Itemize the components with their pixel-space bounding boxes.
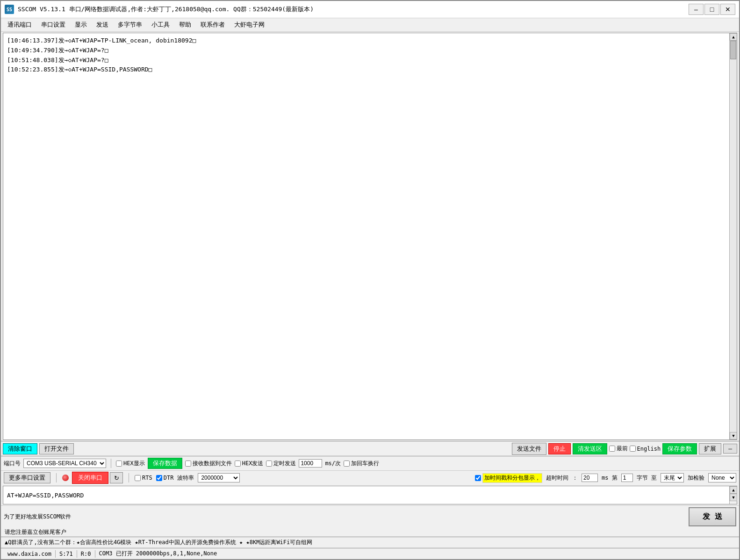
status-sent: S:71 bbox=[56, 550, 77, 558]
recv-to-file-label: 接收数据到文件 bbox=[193, 460, 232, 468]
log-line-4: [10:52:23.855]发→◇AT+WJAP=SSID,PASSWORD□ bbox=[7, 65, 733, 75]
expand-button[interactable]: 扩展 bbox=[699, 443, 721, 454]
status-received: R:0 bbox=[77, 550, 95, 558]
byte-unit-label: 字节 至 bbox=[637, 474, 657, 482]
log-scrollbar[interactable]: ▲ ▼ bbox=[729, 33, 737, 439]
menu-serial-settings[interactable]: 串口设置 bbox=[36, 19, 70, 30]
baud-select[interactable]: 2000000 bbox=[198, 473, 240, 482]
serial-status-dot bbox=[62, 475, 69, 481]
hex-display-group: HEX显示 bbox=[116, 460, 145, 468]
save-data-button[interactable]: 保存数据 bbox=[148, 458, 182, 469]
menu-bar: 通讯端口 串口设置 显示 发送 多字节串 小工具 帮助 联系作者 大虾电子网 bbox=[1, 18, 739, 32]
scheduled-send-checkbox[interactable] bbox=[266, 461, 272, 467]
dtr-label: DTR bbox=[164, 475, 174, 481]
status-website: www.daxia.com bbox=[4, 550, 56, 558]
open-file-button[interactable]: 打开文件 bbox=[39, 443, 74, 454]
window-controls: – □ ✕ bbox=[689, 4, 735, 15]
main-window: SS SSCOM V5.13.1 串口/网络数据调试器,作者:大虾丁丁,2618… bbox=[0, 0, 740, 560]
close-serial-button[interactable]: 关闭串口 bbox=[72, 472, 108, 484]
hex-display-label: HEX显示 bbox=[123, 460, 145, 468]
menu-help[interactable]: 帮助 bbox=[174, 19, 196, 30]
clear-window-button[interactable]: 清除窗口 bbox=[3, 443, 37, 454]
send-button[interactable]: 发 送 bbox=[689, 507, 736, 526]
checksum-label: 加检验 bbox=[688, 474, 704, 482]
position-select[interactable]: 末尾 bbox=[661, 473, 684, 482]
bottom-toolbar: 清除窗口 打开文件 发送文件 停止 清发送区 最前 English 保存参数 扩… bbox=[1, 441, 739, 456]
send-area-label: 为了更好地发展SSCOM软件 bbox=[4, 513, 71, 521]
stop-button[interactable]: 停止 bbox=[548, 443, 571, 454]
minimize-button[interactable]: – bbox=[689, 4, 704, 15]
scheduled-send-group: 定时发送 bbox=[266, 460, 296, 468]
more-serial-settings-button[interactable]: 更多串口设置 bbox=[4, 472, 50, 483]
send-area-scrollbar[interactable]: ▲ ▼ bbox=[729, 486, 737, 504]
last-checkbox[interactable] bbox=[609, 446, 615, 452]
timestamp-group: 加时间戳和分包显示， bbox=[475, 473, 542, 483]
title-bar: SS SSCOM V5.13.1 串口/网络数据调试器,作者:大虾丁丁,2618… bbox=[1, 1, 739, 18]
send-input[interactable] bbox=[3, 486, 729, 504]
scroll-thumb[interactable] bbox=[730, 41, 736, 59]
send-btn-area: 为了更好地发展SSCOM软件 发 送 bbox=[1, 505, 739, 528]
promo-bar: ▲Q群满员了,没有第二个群：★合宙高性价比4G模块 ★RT-Thread中国人的… bbox=[1, 537, 739, 548]
english-label: English bbox=[637, 446, 661, 452]
scroll-track[interactable] bbox=[730, 41, 737, 432]
baud-label: 波特率 bbox=[177, 474, 194, 482]
status-port-info: COM3 已打开 2000000bps,8,1,None,None bbox=[95, 549, 221, 558]
register-note: 请您注册嘉立创账尾客户 bbox=[1, 528, 739, 537]
log-line-2: [10:49:34.790]发→◇AT+WJAP=?□ bbox=[7, 46, 733, 56]
options-row: 更多串口设置 关闭串口 ↻ RTS DTR 波特率 2000000 bbox=[1, 470, 739, 485]
status-bar: www.daxia.com S:71 R:0 COM3 已打开 2000000b… bbox=[1, 548, 739, 559]
close-button[interactable]: ✕ bbox=[720, 4, 735, 15]
english-checkbox[interactable] bbox=[630, 446, 636, 452]
menu-send[interactable]: 发送 bbox=[92, 19, 113, 30]
scroll-up-btn[interactable]: ▲ bbox=[730, 33, 737, 41]
add-crlf-checkbox[interactable] bbox=[344, 461, 350, 467]
menu-display[interactable]: 显示 bbox=[70, 19, 92, 30]
scheduled-send-label: 定时发送 bbox=[273, 460, 296, 468]
timeout-input[interactable] bbox=[582, 474, 598, 482]
menu-contact[interactable]: 联系作者 bbox=[196, 19, 230, 30]
log-line-3: [10:51:48.038]发→◇AT+WJAP=?□ bbox=[7, 56, 733, 65]
interval-unit-label: ms/次 bbox=[325, 460, 341, 468]
hex-send-checkbox[interactable] bbox=[235, 461, 241, 467]
rts-checkbox[interactable] bbox=[135, 475, 141, 481]
hex-send-group: HEX发送 bbox=[235, 460, 264, 468]
byte-num-input[interactable] bbox=[621, 474, 633, 482]
rts-group: RTS bbox=[135, 475, 152, 481]
last-label: 最前 bbox=[617, 445, 628, 453]
menu-comm-port[interactable]: 通讯端口 bbox=[3, 19, 36, 30]
send-file-button[interactable]: 发送文件 bbox=[512, 443, 546, 455]
menu-website[interactable]: 大虾电子网 bbox=[230, 19, 269, 30]
scroll-down-btn[interactable]: ▼ bbox=[730, 432, 737, 439]
log-area[interactable]: [10:46:13.397]发→◇AT+WJAP=TP-LINK_ocean, … bbox=[3, 33, 737, 439]
timestamp-checkbox[interactable] bbox=[475, 475, 481, 481]
promo-text: ▲Q群满员了,没有第二个群：★合宙高性价比4G模块 ★RT-Thread中国人的… bbox=[5, 539, 312, 546]
send-scroll-up[interactable]: ▲ bbox=[730, 486, 737, 494]
dtr-group: DTR bbox=[156, 475, 174, 481]
send-scroll-down[interactable]: ▼ bbox=[730, 494, 737, 501]
hex-display-checkbox[interactable] bbox=[116, 461, 122, 467]
dash-button[interactable]: — bbox=[723, 444, 737, 454]
timeout-label: 超时时间 bbox=[546, 474, 568, 482]
menu-tools[interactable]: 小工具 bbox=[147, 19, 174, 30]
maximize-button[interactable]: □ bbox=[704, 4, 719, 15]
hex-send-label: HEX发送 bbox=[242, 460, 264, 468]
save-param-button[interactable]: 保存参数 bbox=[662, 443, 697, 454]
log-area-container: [10:46:13.397]发→◇AT+WJAP=TP-LINK_ocean, … bbox=[3, 33, 737, 440]
clear-send-button[interactable]: 清发送区 bbox=[573, 443, 607, 454]
main-content: [10:46:13.397]发→◇AT+WJAP=TP-LINK_ocean, … bbox=[1, 32, 739, 559]
title-bar-left: SS SSCOM V5.13.1 串口/网络数据调试器,作者:大虾丁丁,2618… bbox=[5, 5, 314, 14]
english-checkbox-group: English bbox=[630, 446, 661, 452]
port-select[interactable]: COM3 USB-SERIAL CH340 bbox=[23, 459, 106, 468]
more-serial-settings-group: 更多串口设置 bbox=[4, 472, 50, 483]
send-options-left: 为了更好地发展SSCOM软件 bbox=[4, 513, 71, 521]
recv-to-file-group: 接收数据到文件 bbox=[185, 460, 232, 468]
app-icon: SS bbox=[5, 5, 14, 14]
scheduled-interval-input[interactable] bbox=[299, 459, 322, 468]
checksum-select[interactable]: None bbox=[708, 473, 736, 482]
add-crlf-label: 加回车换行 bbox=[351, 460, 379, 468]
dtr-checkbox[interactable] bbox=[156, 475, 162, 481]
menu-multistring[interactable]: 多字节串 bbox=[113, 19, 147, 30]
recv-to-file-checkbox[interactable] bbox=[185, 461, 191, 467]
log-line-1: [10:46:13.397]发→◇AT+WJAP=TP-LINK_ocean, … bbox=[7, 36, 733, 46]
refresh-serial-button[interactable]: ↻ bbox=[110, 472, 123, 483]
